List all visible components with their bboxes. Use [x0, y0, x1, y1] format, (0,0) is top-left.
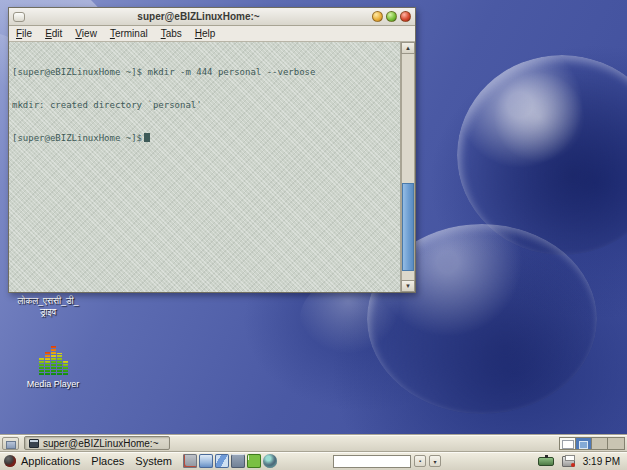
- launcher-icons: [183, 454, 277, 468]
- desktop-icon-label: ड्राइव: [2, 307, 94, 318]
- file-transfer-icon[interactable]: [215, 454, 229, 468]
- workspace-1[interactable]: [560, 438, 576, 449]
- window-controls: [372, 11, 411, 22]
- maximize-button[interactable]: [386, 11, 397, 22]
- task-button-label: super@eBIZLinuxHome:~: [43, 438, 158, 449]
- file-cabinet-icon[interactable]: [231, 454, 245, 468]
- workspace-switcher: [559, 437, 625, 450]
- close-button[interactable]: [400, 11, 411, 22]
- window-titlebar[interactable]: super@eBIZLinuxHome:~: [9, 8, 415, 26]
- command-entry[interactable]: [333, 455, 411, 468]
- device-status-icon[interactable]: [538, 457, 554, 466]
- terminal-body: [super@eBIZLinuxHome ~]$ mkdir -m 444 pe…: [9, 42, 415, 292]
- window-list-bar: super@eBIZLinuxHome:~: [0, 434, 627, 451]
- menu-places[interactable]: Places: [91, 455, 124, 467]
- utility-icon[interactable]: [183, 454, 197, 468]
- desktop[interactable]: लोकल_एससी_डी_ ड्राइव Media Player super@…: [0, 0, 627, 434]
- desktop-icon-label: Media Player: [20, 379, 86, 390]
- menu-edit[interactable]: Edit: [45, 28, 62, 39]
- window-title: super@eBIZLinuxHome:~: [25, 11, 372, 22]
- entry-dropdown-button[interactable]: ▾: [429, 455, 441, 467]
- desktop-icon-media-player[interactable]: Media Player: [20, 343, 86, 390]
- distro-menu-icon[interactable]: [4, 455, 16, 467]
- scroll-down-icon[interactable]: ▼: [401, 280, 415, 292]
- menu-view[interactable]: View: [75, 28, 97, 39]
- terminal-cursor: [144, 133, 150, 142]
- terminal-prompt-line: [super@eBIZLinuxHome ~]$: [12, 133, 398, 144]
- scrollbar-trough[interactable]: [401, 54, 415, 280]
- printer-status-icon[interactable]: [562, 456, 575, 467]
- menu-applications[interactable]: Applications: [21, 455, 80, 467]
- notes-icon[interactable]: [247, 454, 261, 468]
- workspace-2-active[interactable]: [576, 438, 592, 449]
- system-tray: 3:19 PM: [538, 456, 623, 467]
- display-icon[interactable]: [199, 454, 213, 468]
- equalizer-icon: [39, 343, 68, 375]
- web-browser-icon[interactable]: [263, 454, 277, 468]
- scroll-up-icon[interactable]: ▲: [401, 42, 415, 54]
- workspace-4[interactable]: [608, 438, 624, 449]
- terminal-line: [super@eBIZLinuxHome ~]$ mkdir -m 444 pe…: [12, 67, 398, 78]
- menu-tabs[interactable]: Tabs: [161, 28, 182, 39]
- terminal-line: mkdir: created directory `personal': [12, 100, 398, 111]
- clock[interactable]: 3:19 PM: [583, 456, 620, 467]
- desktop-icon-label: लोकल_एससी_डी_: [2, 296, 94, 307]
- desktop-icon-local-drive[interactable]: लोकल_एससी_डी_ ड्राइव: [2, 296, 94, 318]
- entry-go-button[interactable]: ▪: [414, 455, 426, 467]
- window-menu-icon[interactable]: [13, 12, 25, 22]
- menu-terminal[interactable]: Terminal: [110, 28, 148, 39]
- menu-help[interactable]: Help: [195, 28, 216, 39]
- minimize-button[interactable]: [372, 11, 383, 22]
- scrollbar-thumb[interactable]: [402, 183, 414, 271]
- show-desktop-button[interactable]: [2, 437, 19, 450]
- menu-system[interactable]: System: [135, 455, 172, 467]
- workspace-3[interactable]: [592, 438, 608, 449]
- terminal-icon: [29, 439, 39, 448]
- terminal-window: super@eBIZLinuxHome:~ File Edit View Ter…: [8, 7, 416, 293]
- screen: लोकल_एससी_डी_ ड्राइव Media Player super@…: [0, 0, 627, 470]
- terminal-menubar: File Edit View Terminal Tabs Help: [9, 26, 415, 42]
- terminal-output[interactable]: [super@eBIZLinuxHome ~]$ mkdir -m 444 pe…: [9, 42, 401, 292]
- terminal-scrollbar[interactable]: ▲ ▼: [401, 42, 415, 292]
- task-button-terminal[interactable]: super@eBIZLinuxHome:~: [24, 436, 170, 450]
- menu-file[interactable]: File: [16, 28, 32, 39]
- bottom-panel: Applications Places System ▪ ▾ 3:19 PM: [0, 451, 627, 470]
